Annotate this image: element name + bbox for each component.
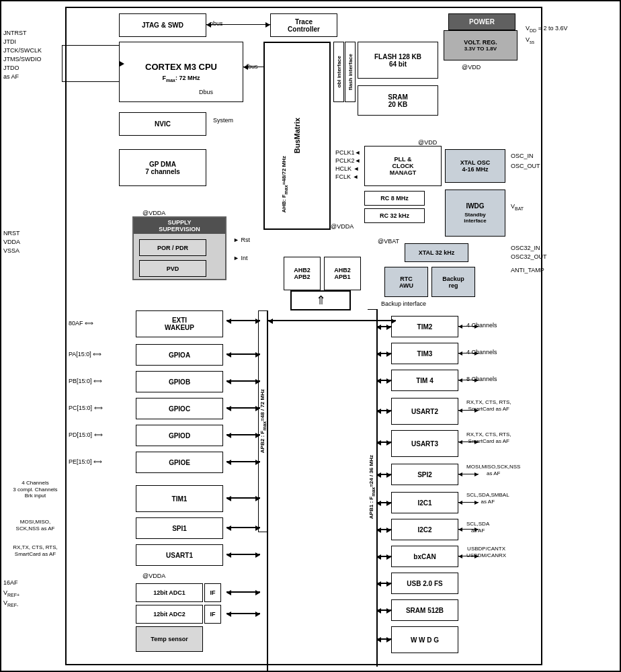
usart1-sig-label: RX,TX, CTS, RTS,SmartCard as AF (3, 544, 67, 557)
rst-label: ► Rst (233, 237, 250, 243)
pclk2-label: PCLK2◄ (335, 157, 360, 164)
tim4-out-arrow (458, 380, 479, 380)
trace-block: TraceController (270, 13, 337, 37)
exti-block: EXTIWAKEUP (136, 310, 223, 337)
spi1-arrow (226, 527, 260, 528)
gpiod-block: GPIOD (136, 425, 223, 446)
jtms-label: JTMS/SWDIO (3, 56, 42, 62)
usb-block: USB 2.0 FS (391, 573, 458, 594)
usart2-block: USART2 (391, 398, 458, 425)
vdda-label: VDDA (3, 239, 20, 245)
pbus-arrow (206, 24, 270, 25)
pb-label: PB[15:0] ⟺ (69, 378, 102, 384)
tim1-sig-label: 4 Channels3 compl. ChannelsBrk input (3, 480, 67, 499)
tim4-arrow (376, 380, 391, 381)
gpioa-arrow (226, 353, 260, 355)
ahb-label-area: AHB: Fmax=48/72 MHz (280, 136, 289, 233)
pd-label: PD[15:0] ⟺ (69, 431, 103, 438)
gpioc-block: GPIOC (136, 398, 223, 419)
jtdi-label: JTDI (3, 38, 16, 45)
system-label: System (213, 117, 233, 124)
iwdg-block: IWDG Standby interface (445, 190, 505, 237)
ahb2-apb1-block: AHB2 APB1 (324, 257, 361, 290)
pc-label: PC[15:0] ⟺ (69, 405, 103, 411)
as-af-label: as AF (3, 73, 19, 80)
vss-label: Vss (526, 36, 534, 44)
80af-label: 80AF ⟺ (69, 320, 93, 327)
tim2-out-arrow (458, 326, 479, 327)
i2c2-out-arrow (458, 529, 479, 530)
dbus-label: Dbus (199, 89, 213, 95)
apb1-bus-line (376, 309, 378, 667)
i2c1-sig-label: SCL,SDA,SMBALas AF (466, 492, 509, 506)
bxcan-block: bxCAN (391, 546, 458, 567)
pbus-label: pbus (210, 20, 223, 27)
at-vdda-adc-label: @VDDA (142, 573, 165, 579)
osc32-in-label: OSC32_IN (511, 245, 540, 251)
xtal-osc-block: XTAL OSC 4-16 MHz (445, 149, 505, 183)
flash-block: FLASH 128 KB 64 bit (358, 42, 438, 79)
gpdma-block: GP DMA 7 channels (119, 149, 206, 186)
sram-block: SRAM20 KB (358, 85, 438, 116)
osc32-out-label: OSC32_OUT (511, 253, 547, 260)
at-vdd-label1: @VDD (462, 64, 481, 71)
tim2-arrow (376, 326, 391, 327)
usart3-sig-label: RX,TX, CTS, RTS,SmartCard as AF (466, 431, 511, 446)
usb-arrow (376, 583, 391, 584)
vref-plus-label: VREF+ (3, 589, 19, 597)
gpiob-arrow (226, 380, 260, 382)
gpioc-arrow (226, 407, 260, 409)
osc-out-label: OSC_OUT (511, 163, 540, 169)
backup-iface-label: Backup interface (381, 300, 426, 307)
tim1-arrow (226, 497, 260, 499)
jtck-label: JTCK/SWCLK (3, 47, 42, 54)
ahb2-bridge-arrow: ⇑ (290, 290, 351, 310)
rtc-awu-block: RTC AWU (384, 267, 428, 297)
backup-reg-block: Backup reg (431, 267, 475, 297)
vdd-label: VDD = 2 to 3.6V (526, 25, 567, 33)
gpiod-arrow (226, 434, 260, 435)
flash-interface-block: flash interface (345, 42, 356, 102)
spi2-out-arrow (458, 474, 479, 474)
tim3-arrow (376, 353, 391, 354)
usart2-arrow (376, 410, 391, 411)
spi2-block: SPI2 (391, 464, 458, 485)
tim3-block: TIM3 (391, 343, 458, 364)
vref-minus-label: VREF- (3, 599, 18, 607)
at-vdd-label2: @VDD (418, 139, 437, 146)
tim4-ch-label: 8 Channels (466, 376, 497, 382)
tim3-ch-label: 4 Channels (466, 349, 497, 355)
busmatrix-block: BusMatrix (263, 42, 331, 230)
spi1-sig-label: MOSI,MISO,SCK,NSS as AF (3, 519, 67, 532)
pe-label: PE[15:0] ⟺ (69, 458, 102, 465)
cortex-block: CORTEX M3 CPU Fmax: 72 MHz (119, 42, 243, 102)
usart1-block: USART1 (136, 544, 223, 566)
usart1-arrow (226, 554, 260, 555)
i2c1-block: I2C1 (391, 492, 458, 513)
pa-label: PA[15:0] ⟺ (69, 351, 101, 358)
16af-label: 16AF (3, 579, 18, 586)
apb2-bus-line (267, 310, 268, 672)
pclk1-label: PCLK1◄ (335, 149, 360, 156)
apb1-bracket: APB1 : Fmax=24 / 36 MHz (368, 309, 377, 665)
usart3-out-arrow (458, 442, 479, 442)
sram512-block: SRAM 512B (391, 599, 458, 621)
rc32-block: RC 32 kHz (364, 208, 425, 223)
pll-clock-block: PLL & CLOCK MANAGT (364, 146, 442, 186)
bxcan-sig-label: USBDP/CANTXUSBDM/CANRX (466, 546, 506, 560)
at-vbat-label: @VBAT (378, 238, 399, 245)
gpioe-arrow (226, 461, 260, 462)
anti-tamp-label: ANTI_TAMP (511, 267, 544, 274)
i2c1-arrow (376, 502, 391, 503)
vssa-label: VSSA (3, 247, 19, 254)
i2c1-out-arrow (458, 502, 479, 503)
por-pdr-block: POR / PDR (139, 239, 206, 256)
at-vdda-label2: @VDDA (331, 223, 354, 230)
adc2-arrow (226, 613, 260, 614)
nrst-label: NRST (3, 230, 20, 237)
bxcan-arrow (376, 556, 391, 557)
usart3-arrow (376, 442, 391, 443)
power-block: POWER (448, 13, 515, 30)
spi2-arrow (376, 474, 391, 475)
adc1-arrow (226, 591, 260, 593)
